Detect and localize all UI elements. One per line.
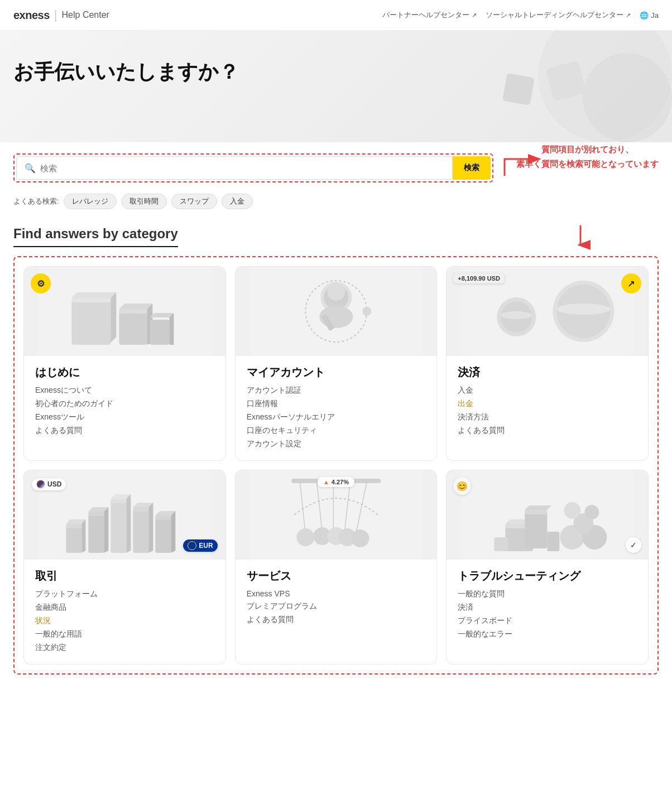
svg-marker-43 bbox=[126, 494, 131, 553]
annotation-down-arrow bbox=[569, 223, 592, 250]
svg-point-69 bbox=[585, 505, 599, 519]
svg-marker-39 bbox=[104, 507, 108, 553]
header: exness | Help Center パートナーヘルプセンター ↗ ソーシャ… bbox=[0, 0, 672, 31]
globe-icon: 🌐 bbox=[640, 11, 649, 20]
tag-deposit[interactable]: 入金 bbox=[222, 194, 253, 209]
svg-rect-9 bbox=[119, 311, 147, 345]
link-trading-2[interactable]: 状況 bbox=[35, 616, 214, 626]
categories-grid-wrapper: ⚙ はじめに Exnessについて 初心者のためのガイド Exnessツール よ… bbox=[13, 256, 659, 674]
svg-marker-35 bbox=[81, 519, 85, 553]
card-trading-title: 取引 bbox=[35, 568, 214, 584]
logo-exness: exness bbox=[13, 9, 50, 22]
link-trading-0[interactable]: プラットフォーム bbox=[35, 589, 214, 599]
tag-swap[interactable]: スワップ bbox=[171, 194, 217, 209]
card-services-links: Exness VPS プレミアプログラム よくある質問 bbox=[247, 589, 426, 625]
card-troubleshooting-title: トラブルシューティング bbox=[458, 568, 637, 584]
usd-badge: USD bbox=[32, 478, 66, 490]
link-trading-1[interactable]: 金融商品 bbox=[35, 603, 214, 613]
link-trouble-0[interactable]: 一般的な質問 bbox=[458, 589, 637, 599]
svg-rect-5 bbox=[71, 300, 111, 345]
svg-rect-37 bbox=[88, 512, 104, 516]
link-hajimeni-0[interactable]: Exnessについて bbox=[35, 386, 214, 396]
link-payment-1[interactable]: 出金 bbox=[458, 399, 637, 409]
search-input[interactable] bbox=[40, 163, 444, 173]
categories-section: Find answers by category bbox=[0, 220, 672, 691]
card-services-body: サービス Exness VPS プレミアプログラム よくある質問 bbox=[236, 560, 437, 636]
card-hajimeni-body: はじめに Exnessについて 初心者のためのガイド Exnessツール よくあ… bbox=[24, 356, 225, 447]
card-services[interactable]: ▲ 4.27% サービス Exness VPS プレミアプログラム よくある質問 bbox=[235, 470, 438, 664]
link-trading-4[interactable]: 注文約定 bbox=[35, 643, 214, 653]
logo-divider: | bbox=[54, 8, 57, 22]
card-my-account-body: マイアカウント アカウント認証 口座情報 Exnessパーソナルエリア 口座のセ… bbox=[236, 356, 437, 460]
link-trouble-1[interactable]: 決済 bbox=[458, 603, 637, 613]
link-hajimeni-3[interactable]: よくある質問 bbox=[35, 426, 214, 436]
link-account-1[interactable]: 口座情報 bbox=[247, 399, 426, 409]
svg-point-68 bbox=[564, 502, 581, 519]
hero-title: お手伝いいたしますか？ bbox=[13, 59, 659, 86]
partner-arrow-icon: ↗ bbox=[472, 12, 477, 19]
link-hajimeni-2[interactable]: Exnessツール bbox=[35, 412, 214, 422]
partner-help-link[interactable]: パートナーヘルプセンター ↗ bbox=[382, 10, 477, 20]
link-account-0[interactable]: アカウント認証 bbox=[247, 386, 426, 396]
svg-point-59 bbox=[296, 528, 314, 546]
link-payment-3[interactable]: よくある質問 bbox=[458, 426, 637, 436]
link-services-0[interactable]: Exness VPS bbox=[247, 589, 426, 598]
link-trading-3[interactable]: 一般的な用語 bbox=[35, 629, 214, 639]
tag-leverage[interactable]: レバレッジ bbox=[64, 194, 117, 209]
card-troubleshooting-image: 😊 ✓ bbox=[447, 470, 648, 560]
check-badge: ✓ bbox=[626, 537, 641, 553]
svg-rect-48 bbox=[155, 518, 171, 553]
svg-marker-15 bbox=[169, 313, 174, 345]
eur-badge: EUR bbox=[183, 539, 217, 552]
svg-rect-44 bbox=[133, 509, 148, 553]
link-trouble-2[interactable]: プライスボード bbox=[458, 616, 637, 626]
link-hajimeni-1[interactable]: 初心者のためのガイド bbox=[35, 399, 214, 409]
services-pct-badge: ▲ 4.27% bbox=[318, 477, 354, 487]
eur-flag bbox=[188, 541, 196, 550]
tag-trading-hours[interactable]: 取引時間 bbox=[121, 194, 167, 209]
quick-search-label: よくある検索: bbox=[13, 196, 59, 206]
svg-marker-47 bbox=[148, 503, 153, 553]
hajimeni-illustration bbox=[24, 267, 225, 356]
usd-flag bbox=[36, 480, 45, 489]
svg-rect-33 bbox=[66, 524, 81, 528]
link-trouble-3[interactable]: 一般的なエラー bbox=[458, 629, 637, 639]
my-account-illustration bbox=[236, 267, 437, 356]
link-account-2[interactable]: Exnessパーソナルエリア bbox=[247, 412, 426, 422]
svg-point-63 bbox=[351, 529, 369, 547]
card-payment[interactable]: +8,109.90 USD ↗ 決済 入金 出金 決済方法 よくある質問 bbox=[446, 266, 649, 461]
payment-badge-plus: +8,109.90 USD bbox=[453, 273, 505, 283]
troubleshooting-illustration bbox=[447, 470, 648, 560]
link-account-3[interactable]: 口座のセキュリティ bbox=[247, 426, 426, 436]
svg-point-19 bbox=[327, 283, 345, 301]
svg-marker-7 bbox=[71, 292, 116, 298]
svg-rect-41 bbox=[111, 499, 126, 503]
svg-rect-74 bbox=[525, 510, 548, 514]
card-hajimeni[interactable]: ⚙ はじめに Exnessについて 初心者のためのガイド Exnessツール よ… bbox=[23, 266, 226, 461]
card-troubleshooting-links: 一般的な質問 決済 プライスボード 一般的なエラー bbox=[458, 589, 637, 639]
card-services-title: サービス bbox=[247, 568, 426, 584]
language-button[interactable]: 🌐 Ja bbox=[640, 11, 659, 20]
search-icon: 🔍 bbox=[25, 163, 36, 174]
card-troubleshooting[interactable]: 😊 ✓ トラブルシューティング 一般的な質問 決済 プライスボード 一般的なエラ… bbox=[446, 470, 649, 664]
svg-marker-51 bbox=[171, 511, 175, 553]
svg-point-22 bbox=[362, 307, 371, 316]
card-my-account-image bbox=[236, 267, 437, 356]
annotation-text: 質問項目が別れており、 素早く質問を検索可能となっています bbox=[516, 142, 659, 171]
card-my-account[interactable]: マイアカウント アカウント認証 口座情報 Exnessパーソナルエリア 口座のセ… bbox=[235, 266, 438, 461]
link-payment-2[interactable]: 決済方法 bbox=[458, 412, 637, 422]
link-payment-0[interactable]: 入金 bbox=[458, 386, 637, 396]
card-payment-body: 決済 入金 出金 決済方法 よくある質問 bbox=[447, 356, 648, 447]
svg-rect-32 bbox=[66, 526, 81, 553]
svg-rect-10 bbox=[119, 309, 147, 314]
card-trading-links: プラットフォーム 金融商品 状況 一般的な用語 注文約定 bbox=[35, 589, 214, 653]
link-account-4[interactable]: アカウント設定 bbox=[247, 439, 426, 449]
card-hajimeni-title: はじめに bbox=[35, 365, 214, 380]
link-services-1[interactable]: プレミアプログラム bbox=[247, 601, 426, 611]
link-services-2[interactable]: よくある質問 bbox=[247, 615, 426, 625]
search-button[interactable]: 検索 bbox=[453, 156, 491, 180]
svg-rect-40 bbox=[111, 501, 126, 553]
social-trading-link[interactable]: ソーシャルトレーディングヘルプセンター ↗ bbox=[486, 10, 631, 20]
card-trading-body: 取引 プラットフォーム 金融商品 状況 一般的な用語 注文約定 bbox=[24, 560, 225, 664]
card-trading[interactable]: USD EUR 取引 プラットフォーム 金融商品 状況 一般的な用語 bbox=[23, 470, 226, 664]
